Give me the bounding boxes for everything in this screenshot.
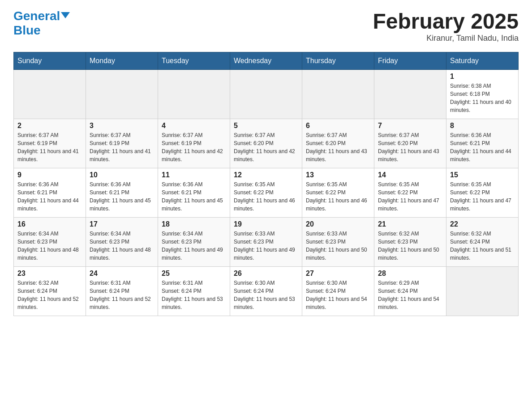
- day-number: 18: [162, 220, 226, 228]
- day-info: Sunrise: 6:34 AM Sunset: 6:23 PM Dayligh…: [90, 230, 154, 262]
- day-number: 6: [306, 122, 370, 130]
- calendar-body: 1Sunrise: 6:38 AM Sunset: 6:18 PM Daylig…: [14, 70, 519, 316]
- day-info: Sunrise: 6:38 AM Sunset: 6:18 PM Dayligh…: [450, 82, 515, 114]
- day-info: Sunrise: 6:32 AM Sunset: 6:24 PM Dayligh…: [17, 279, 82, 311]
- table-row: 14Sunrise: 6:35 AM Sunset: 6:22 PM Dayli…: [374, 168, 446, 218]
- day-number: 22: [450, 220, 515, 228]
- day-info: Sunrise: 6:37 AM Sunset: 6:20 PM Dayligh…: [306, 131, 370, 163]
- day-number: 17: [90, 220, 154, 228]
- table-row: 18Sunrise: 6:34 AM Sunset: 6:23 PM Dayli…: [158, 218, 230, 267]
- day-info: Sunrise: 6:30 AM Sunset: 6:24 PM Dayligh…: [306, 279, 370, 311]
- location: Kiranur, Tamil Nadu, India: [373, 34, 519, 43]
- day-number: 15: [450, 171, 515, 179]
- day-info: Sunrise: 6:33 AM Sunset: 6:23 PM Dayligh…: [234, 230, 298, 262]
- table-row: [230, 70, 302, 119]
- calendar-week-row: 2Sunrise: 6:37 AM Sunset: 6:19 PM Daylig…: [14, 119, 519, 168]
- title-block: February 2025 Kiranur, Tamil Nadu, India: [373, 9, 519, 43]
- table-row: [446, 267, 519, 316]
- table-row: 25Sunrise: 6:31 AM Sunset: 6:24 PM Dayli…: [158, 267, 230, 316]
- day-info: Sunrise: 6:36 AM Sunset: 6:21 PM Dayligh…: [450, 131, 515, 163]
- day-number: 9: [17, 171, 82, 179]
- table-row: 20Sunrise: 6:33 AM Sunset: 6:23 PM Dayli…: [302, 218, 374, 267]
- day-number: 21: [378, 220, 442, 228]
- day-info: Sunrise: 6:36 AM Sunset: 6:21 PM Dayligh…: [17, 180, 82, 213]
- day-number: 10: [90, 171, 154, 179]
- table-row: 6Sunrise: 6:37 AM Sunset: 6:20 PM Daylig…: [302, 119, 374, 168]
- calendar-week-row: 9Sunrise: 6:36 AM Sunset: 6:21 PM Daylig…: [14, 168, 519, 218]
- day-info: Sunrise: 6:32 AM Sunset: 6:24 PM Dayligh…: [450, 230, 515, 262]
- day-info: Sunrise: 6:35 AM Sunset: 6:22 PM Dayligh…: [306, 180, 370, 213]
- day-info: Sunrise: 6:36 AM Sunset: 6:21 PM Dayligh…: [162, 180, 226, 213]
- day-number: 2: [17, 122, 82, 130]
- day-number: 16: [17, 220, 82, 228]
- day-number: 27: [306, 270, 370, 278]
- logo: General Blue: [13, 9, 70, 38]
- day-number: 14: [378, 171, 442, 179]
- day-number: 13: [306, 171, 370, 179]
- table-row: 16Sunrise: 6:34 AM Sunset: 6:23 PM Dayli…: [14, 218, 86, 267]
- table-row: 21Sunrise: 6:32 AM Sunset: 6:23 PM Dayli…: [374, 218, 446, 267]
- day-info: Sunrise: 6:32 AM Sunset: 6:23 PM Dayligh…: [378, 230, 442, 262]
- day-number: 26: [234, 270, 298, 278]
- table-row: 26Sunrise: 6:30 AM Sunset: 6:24 PM Dayli…: [230, 267, 302, 316]
- logo-blue: Blue: [13, 23, 41, 37]
- table-row: 22Sunrise: 6:32 AM Sunset: 6:24 PM Dayli…: [446, 218, 519, 267]
- day-info: Sunrise: 6:31 AM Sunset: 6:24 PM Dayligh…: [90, 279, 154, 311]
- table-row: 4Sunrise: 6:37 AM Sunset: 6:19 PM Daylig…: [158, 119, 230, 168]
- table-row: [158, 70, 230, 119]
- logo-text: General Blue: [13, 9, 70, 38]
- day-number: 25: [162, 270, 226, 278]
- day-number: 3: [90, 122, 154, 130]
- table-row: 13Sunrise: 6:35 AM Sunset: 6:22 PM Dayli…: [302, 168, 374, 218]
- table-row: 24Sunrise: 6:31 AM Sunset: 6:24 PM Dayli…: [86, 267, 158, 316]
- table-row: 12Sunrise: 6:35 AM Sunset: 6:22 PM Dayli…: [230, 168, 302, 218]
- calendar-table: Sunday Monday Tuesday Wednesday Thursday…: [13, 52, 519, 316]
- day-number: 28: [378, 270, 442, 278]
- table-row: 27Sunrise: 6:30 AM Sunset: 6:24 PM Dayli…: [302, 267, 374, 316]
- day-number: 1: [450, 73, 515, 81]
- day-info: Sunrise: 6:34 AM Sunset: 6:23 PM Dayligh…: [17, 230, 82, 262]
- day-info: Sunrise: 6:37 AM Sunset: 6:20 PM Dayligh…: [234, 131, 298, 163]
- col-thursday: Thursday: [302, 52, 374, 70]
- day-number: 24: [90, 270, 154, 278]
- table-row: 11Sunrise: 6:36 AM Sunset: 6:21 PM Dayli…: [158, 168, 230, 218]
- col-monday: Monday: [86, 52, 158, 70]
- day-info: Sunrise: 6:31 AM Sunset: 6:24 PM Dayligh…: [162, 279, 226, 311]
- day-info: Sunrise: 6:37 AM Sunset: 6:19 PM Dayligh…: [162, 131, 226, 163]
- col-friday: Friday: [374, 52, 446, 70]
- day-number: 8: [450, 122, 515, 130]
- table-row: 15Sunrise: 6:35 AM Sunset: 6:22 PM Dayli…: [446, 168, 519, 218]
- logo-triangle-icon: [61, 12, 70, 18]
- col-saturday: Saturday: [446, 52, 519, 70]
- day-info: Sunrise: 6:36 AM Sunset: 6:21 PM Dayligh…: [90, 180, 154, 213]
- table-row: 17Sunrise: 6:34 AM Sunset: 6:23 PM Dayli…: [86, 218, 158, 267]
- table-row: 9Sunrise: 6:36 AM Sunset: 6:21 PM Daylig…: [14, 168, 86, 218]
- day-info: Sunrise: 6:30 AM Sunset: 6:24 PM Dayligh…: [234, 279, 298, 311]
- day-number: 7: [378, 122, 442, 130]
- table-row: 2Sunrise: 6:37 AM Sunset: 6:19 PM Daylig…: [14, 119, 86, 168]
- table-row: [374, 70, 446, 119]
- day-info: Sunrise: 6:37 AM Sunset: 6:19 PM Dayligh…: [17, 131, 82, 163]
- page-header: General Blue February 2025 Kiranur, Tami…: [13, 9, 519, 43]
- table-row: 7Sunrise: 6:37 AM Sunset: 6:20 PM Daylig…: [374, 119, 446, 168]
- table-row: 23Sunrise: 6:32 AM Sunset: 6:24 PM Dayli…: [14, 267, 86, 316]
- col-wednesday: Wednesday: [230, 52, 302, 70]
- table-row: [14, 70, 86, 119]
- calendar-header-row: Sunday Monday Tuesday Wednesday Thursday…: [14, 52, 519, 70]
- table-row: [86, 70, 158, 119]
- day-info: Sunrise: 6:37 AM Sunset: 6:19 PM Dayligh…: [90, 131, 154, 163]
- day-info: Sunrise: 6:35 AM Sunset: 6:22 PM Dayligh…: [378, 180, 442, 213]
- day-number: 12: [234, 171, 298, 179]
- day-info: Sunrise: 6:35 AM Sunset: 6:22 PM Dayligh…: [450, 180, 515, 213]
- col-sunday: Sunday: [14, 52, 86, 70]
- table-row: 10Sunrise: 6:36 AM Sunset: 6:21 PM Dayli…: [86, 168, 158, 218]
- day-number: 20: [306, 220, 370, 228]
- day-number: 4: [162, 122, 226, 130]
- col-tuesday: Tuesday: [158, 52, 230, 70]
- day-info: Sunrise: 6:29 AM Sunset: 6:24 PM Dayligh…: [378, 279, 442, 311]
- table-row: 3Sunrise: 6:37 AM Sunset: 6:19 PM Daylig…: [86, 119, 158, 168]
- day-info: Sunrise: 6:34 AM Sunset: 6:23 PM Dayligh…: [162, 230, 226, 262]
- table-row: 1Sunrise: 6:38 AM Sunset: 6:18 PM Daylig…: [446, 70, 519, 119]
- day-number: 5: [234, 122, 298, 130]
- calendar-week-row: 1Sunrise: 6:38 AM Sunset: 6:18 PM Daylig…: [14, 70, 519, 119]
